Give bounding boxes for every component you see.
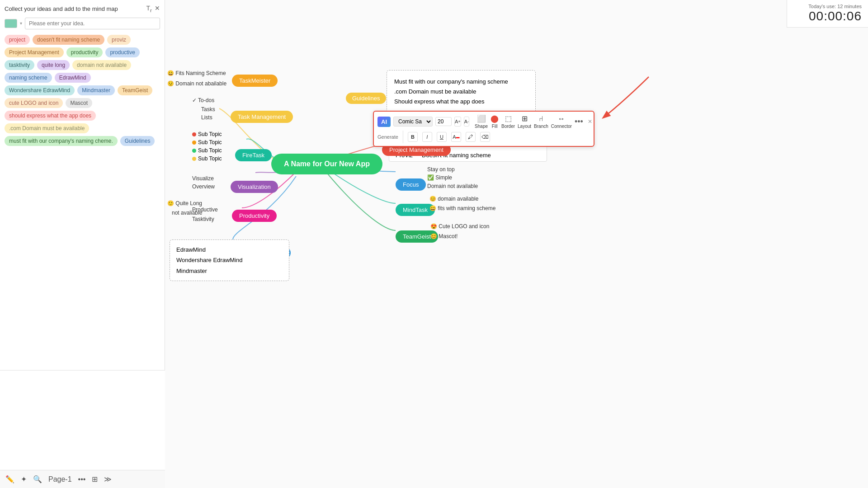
lists-text: Lists	[201, 114, 212, 121]
subtopic4: Sub Topic	[198, 155, 222, 162]
timer-box: Today's use: 12 minutes 00:00:06	[787, 0, 868, 28]
connector-button[interactable]: ↔ Connector	[551, 115, 572, 129]
page-name[interactable]: Page-1	[48, 475, 72, 483]
eraser-button[interactable]: ⌫	[480, 132, 490, 142]
highlight-button[interactable]: 🖍	[466, 132, 476, 142]
tasks-text: Tasks	[201, 106, 215, 113]
tag-t8[interactable]: quite long	[37, 60, 70, 70]
font-size-increase[interactable]: A+	[454, 117, 461, 127]
close-panel-icon[interactable]: ✕	[155, 5, 160, 13]
bottom-toolbar: ✏️ ✦ 🔍 Page-1 ••• ⊞ ≫	[0, 470, 165, 488]
cursor-icon[interactable]: ✦	[21, 475, 27, 483]
quite-long-text: 🙂 Quite Long	[167, 200, 202, 206]
firetask-node[interactable]: FireTask	[235, 149, 272, 161]
cute-logo-text: 😍 Cute LOGO and icon	[430, 223, 489, 230]
color-swatch[interactable]	[5, 19, 17, 28]
tag-t5[interactable]: productivity	[66, 47, 103, 57]
collapse-icon[interactable]: ≫	[104, 475, 112, 483]
fits-naming-text: 😀 Fits Naming Scheme	[167, 70, 226, 76]
tag-t18[interactable]: .com Domain must be available	[5, 123, 89, 133]
domain-unavail-text: Domain not available	[427, 183, 478, 189]
border-button[interactable]: ⬚ Border	[501, 114, 515, 129]
mascot-text: 😊 Mascot!	[430, 233, 458, 239]
timer-label: Today's use: 12 minutes	[793, 4, 862, 9]
tag-t20[interactable]: Guidelines	[120, 136, 155, 146]
panel-title: Collect your ideas and add to the mind m…	[5, 5, 118, 12]
layout-button[interactable]: ⊞ Layout	[518, 114, 531, 129]
guidelines-box: Must fit with our company's naming schem…	[387, 70, 536, 113]
naming-edrawmind: EdrawMind	[176, 244, 283, 255]
color-caret-icon[interactable]: ▾	[20, 21, 22, 26]
fill-button[interactable]: ⬤ Fill	[491, 114, 499, 129]
more-button[interactable]: •••	[575, 117, 583, 127]
todos-text: ✓ To-dos	[192, 97, 214, 103]
font-select[interactable]: Comic Sa	[393, 117, 433, 127]
bold-button[interactable]: B	[408, 132, 418, 142]
tag-t13[interactable]: Mindmaster	[77, 85, 115, 95]
stay-on-top-text: Stay on top	[427, 166, 455, 173]
subtopic3: Sub Topic	[198, 147, 222, 154]
font-size-decrease[interactable]: A-	[464, 117, 469, 127]
center-node[interactable]: A Name for Our New App	[271, 154, 382, 174]
branch-button[interactable]: ⑁ Branch	[534, 115, 548, 129]
canvas: A Name for Our New App 😀 Fits Naming Sch…	[165, 0, 868, 488]
domain-avail-text: 😊 domain available	[429, 196, 478, 202]
tag-t19[interactable]: must fit with our company's naming cheme…	[5, 136, 118, 146]
timer-value: 00:00:06	[793, 9, 862, 23]
grid-icon[interactable]: ⊞	[92, 475, 98, 483]
panel-icons: Tr ✕	[146, 5, 160, 13]
subtopic1: Sub Topic	[198, 131, 222, 137]
float-toolbar: AI Comic Sa A+ A- ⬜ Shape ⬤ Fill ⬚ Borde…	[373, 111, 594, 147]
tag-t17[interactable]: should express what the app does	[5, 111, 96, 121]
divider2	[403, 131, 403, 143]
guideline-line2: .com Domain must be available	[394, 87, 528, 97]
guidelines-label[interactable]: Guidelines	[346, 93, 386, 104]
focus-node[interactable]: Focus	[396, 178, 426, 191]
tag-t14[interactable]: TeamGeist	[118, 85, 152, 95]
close-toolbar-button[interactable]: ✕	[588, 118, 592, 125]
visualize-text: Visualize	[192, 175, 214, 182]
taskmeister-node[interactable]: TaskMeister	[232, 75, 278, 87]
guideline-line1: Must fit with our company's naming schem…	[394, 77, 528, 87]
tag-t2[interactable]: doesn't fit naming scheme	[33, 35, 104, 45]
italic-button[interactable]: I	[422, 132, 432, 142]
simple-text: ✅ Simple	[427, 174, 452, 181]
productivity-node[interactable]: Productivity	[232, 210, 277, 222]
tag-t9[interactable]: domain not available	[72, 60, 131, 70]
tag-t3[interactable]: proviz	[107, 35, 131, 45]
naming-mindmaster: Mindmaster	[176, 266, 283, 276]
shape-button[interactable]: ⬜ Shape	[475, 114, 488, 129]
tag-t4[interactable]: Project Management	[5, 47, 64, 57]
tag-t16[interactable]: Mascot	[66, 98, 92, 108]
overview-text: Overview	[192, 183, 215, 190]
float-toolbar-row2: Generate B I U A▬ 🖍 ⌫	[377, 131, 590, 143]
ai-button[interactable]: AI	[377, 117, 391, 127]
search-icon[interactable]: 🔍	[33, 475, 42, 483]
tag-t10[interactable]: naming scheme	[5, 73, 52, 83]
more-icon[interactable]: •••	[78, 475, 86, 483]
tag-t6[interactable]: productive	[105, 47, 139, 57]
tag-t1[interactable]: project	[5, 35, 30, 45]
tag-t7[interactable]: tasktivity	[5, 60, 34, 70]
underline-button[interactable]: U	[437, 132, 447, 142]
tasktivity-text: Tasktivity	[192, 216, 214, 222]
pencil-icon[interactable]: ✏️	[5, 475, 14, 483]
taskmanagement-node[interactable]: Task Management	[231, 111, 293, 123]
idea-input[interactable]	[25, 18, 160, 29]
naming-box: EdrawMind Wondershare EdrawMind Mindmast…	[170, 239, 289, 281]
float-toolbar-row1: AI Comic Sa A+ A- ⬜ Shape ⬤ Fill ⬚ Borde…	[377, 114, 590, 129]
font-color-button[interactable]: A▬	[451, 132, 461, 142]
tag-t15[interactable]: cute LOGO and icon	[5, 98, 63, 108]
productive-text: Productive	[192, 206, 218, 213]
visualization-node[interactable]: Visualization	[231, 181, 278, 193]
left-panel: Collect your ideas and add to the mind m…	[0, 0, 165, 371]
tag-t12[interactable]: Wondershare EdrawMind	[5, 85, 75, 95]
guideline-line3: Should express what the app does	[394, 97, 528, 107]
naming-wondershare: Wondershare EdrawMind	[176, 255, 283, 265]
format-icon[interactable]: Tr	[146, 5, 152, 13]
tag-t11[interactable]: EdrawMind	[55, 73, 91, 83]
generate-label[interactable]: Generate	[377, 134, 398, 140]
fits-naming-right-text: 😄 fits with naming scheme	[429, 205, 495, 211]
font-size-input[interactable]	[435, 117, 452, 126]
mindtask-node[interactable]: MindTask	[396, 204, 435, 216]
